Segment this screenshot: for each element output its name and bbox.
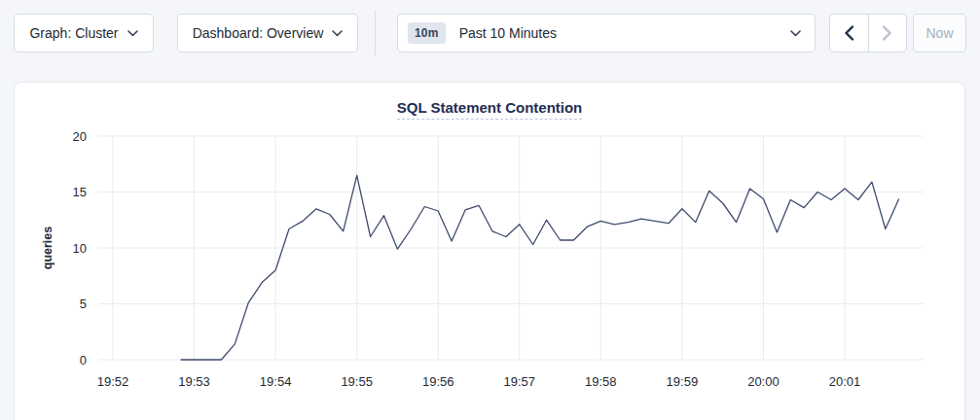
chevron-right-icon	[882, 25, 892, 41]
chart-svg: 0510152019:5219:5319:5419:5519:5619:5719…	[15, 122, 966, 413]
x-tick-label: 19:55	[341, 374, 373, 389]
chevron-down-icon	[127, 30, 138, 37]
chevron-left-icon	[844, 25, 854, 41]
x-tick-label: 20:01	[829, 374, 861, 389]
chart-gridlines	[98, 136, 924, 360]
chevron-down-icon	[332, 30, 343, 37]
toolbar-divider	[375, 11, 376, 55]
x-tick-label: 19:53	[178, 374, 210, 389]
y-axis-title: queries	[41, 227, 54, 270]
y-tick-label: 5	[80, 297, 87, 311]
x-tick-label: 19:59	[667, 374, 699, 389]
time-step-button-group	[829, 14, 907, 52]
chart-panel: SQL Statement Contention 0510152019:5219…	[14, 82, 965, 420]
x-tick-label: 19:58	[585, 374, 617, 389]
y-tick-label: 10	[73, 241, 87, 256]
x-tick-label: 20:00	[747, 374, 780, 389]
previous-time-button[interactable]	[830, 15, 868, 52]
time-range-badge: 10m	[408, 22, 446, 44]
x-tick-label: 19:54	[260, 374, 292, 389]
chevron-down-icon	[790, 30, 801, 37]
time-range-picker[interactable]: 10m Past 10 Minutes	[397, 14, 816, 52]
y-tick-label: 0	[80, 353, 87, 368]
series-line-queries	[181, 175, 899, 360]
x-tick-label: 19:56	[422, 374, 454, 389]
y-tick-label: 15	[73, 185, 87, 199]
time-range-label: Past 10 Minutes	[459, 25, 790, 41]
dashboard-dropdown[interactable]: Dashboard: Overview	[177, 14, 358, 52]
graph-dropdown[interactable]: Graph: Cluster	[14, 14, 154, 52]
chart-title: SQL Statement Contention	[15, 99, 964, 117]
graph-dropdown-label: Graph: Cluster	[29, 25, 118, 41]
x-tick-label: 19:52	[97, 374, 129, 389]
now-button[interactable]: Now	[913, 14, 966, 52]
chart-axis-labels: 0510152019:5219:5319:5419:5519:5619:5719…	[73, 129, 861, 390]
dashboard-dropdown-label: Dashboard: Overview	[193, 25, 324, 41]
y-tick-label: 20	[73, 129, 87, 144]
chart-title-link[interactable]: SQL Statement Contention	[397, 99, 583, 120]
next-time-button[interactable]	[868, 15, 906, 52]
x-tick-label: 19:57	[504, 374, 536, 389]
